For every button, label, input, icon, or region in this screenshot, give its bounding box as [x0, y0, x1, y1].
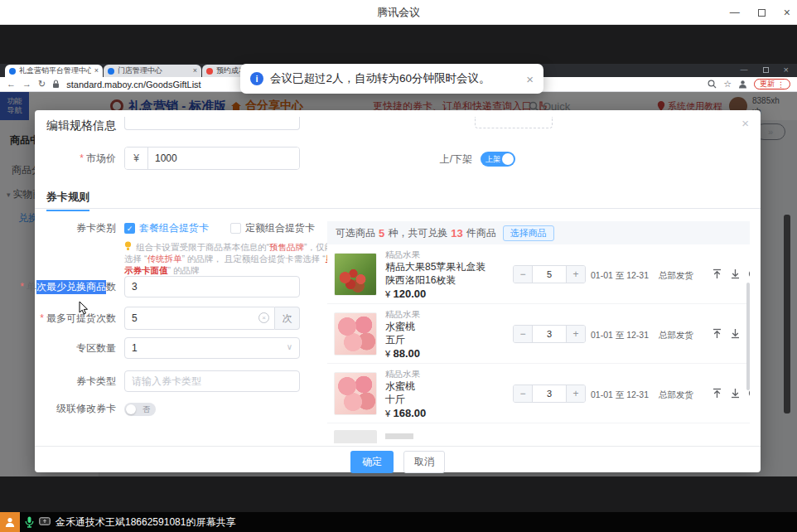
- shared-screen-area: 礼盒营销平台管理中心 × 门店管理中心 × 预约成功 — ×: [0, 25, 797, 512]
- stepper-value[interactable]: 3: [532, 326, 567, 342]
- checkbox-package-card[interactable]: ✓ 套餐组合提货卡: [124, 221, 209, 235]
- toast-message: 会议已超过2人，自动转为60分钟限时会议。: [270, 71, 490, 86]
- upload-area[interactable]: [475, 117, 553, 128]
- move-to-bottom-icon[interactable]: [730, 268, 741, 279]
- valid-date-range: 01-01 至 12-31: [591, 389, 649, 401]
- max-pick-field[interactable]: 5 × 次: [124, 307, 300, 330]
- tab-close-icon[interactable]: ×: [193, 67, 197, 75]
- min-exchange-input[interactable]: [124, 276, 300, 297]
- browser-tab-store-admin[interactable]: 门店管理中心 ×: [104, 65, 201, 77]
- product-name: 水蜜桃: [385, 380, 510, 393]
- meeting-toast: i 会议已超过2人，自动转为60分钟限时会议。 ×: [240, 64, 543, 94]
- stepper-plus-button[interactable]: +: [567, 385, 585, 402]
- product-category: [385, 433, 413, 439]
- checkbox-unchecked-icon: [230, 223, 241, 234]
- browser-minimize-icon[interactable]: —: [741, 66, 748, 74]
- product-row-partial: [327, 423, 750, 443]
- max-pick-value: 5: [125, 312, 138, 324]
- product-list: 精品水果 精品大果85苹果礼盒装 陕西洛阳16枚装 ¥ 120.00 − 5 +: [327, 244, 750, 446]
- dialog-footer: 确定 取消: [35, 446, 761, 472]
- required-mark: *: [80, 152, 84, 164]
- shelf-label: 上/下架: [399, 152, 472, 167]
- cascade-toggle[interactable]: 否: [124, 403, 156, 416]
- move-to-top-icon[interactable]: [712, 328, 722, 339]
- browser-tab-gift-admin[interactable]: 礼盒营销平台管理中心 ×: [5, 65, 103, 77]
- quantity-stepper[interactable]: − 3 +: [513, 384, 586, 403]
- chrome-update-button[interactable]: 更新 ⋮: [754, 79, 790, 89]
- move-to-top-icon[interactable]: [712, 388, 722, 399]
- market-price-input[interactable]: [148, 148, 299, 169]
- checkbox-fixed-amount-card[interactable]: 定额组合提货卡: [230, 221, 315, 235]
- toast-close-icon[interactable]: ×: [526, 72, 534, 86]
- card-type-label: 券卡类型: [35, 375, 116, 389]
- selected-text: 次最少兑换商品: [36, 280, 106, 294]
- selectable-count: 5: [379, 227, 384, 239]
- search-icon[interactable]: [708, 80, 717, 89]
- stepper-value[interactable]: 5: [532, 266, 567, 283]
- delivery-source: 总部发货: [659, 330, 693, 341]
- stepper-plus-button[interactable]: +: [567, 326, 585, 342]
- product-price: ¥ 88.00: [385, 346, 510, 361]
- minimize-button[interactable]: —: [730, 7, 740, 17]
- product-spec: 五斤: [385, 333, 510, 346]
- cancel-button[interactable]: 取消: [403, 451, 445, 473]
- product-row: 精品水果 精品大果85苹果礼盒装 陕西洛阳16枚装 ¥ 120.00 − 5 +: [327, 244, 750, 304]
- browser-close-icon[interactable]: ×: [784, 65, 789, 75]
- bookmark-star-icon[interactable]: ☆: [723, 80, 732, 89]
- screen-share-taskbar: 金禾通技术王斌18662591081的屏幕共享: [0, 512, 797, 532]
- url-bar[interactable]: standard.maboy.cn/GoodsGiftList: [66, 80, 200, 89]
- currency-prefix: ¥: [125, 148, 148, 169]
- clock-icon[interactable]: [748, 268, 750, 279]
- card-type-input[interactable]: [124, 370, 300, 392]
- move-to-bottom-icon[interactable]: [730, 388, 741, 399]
- select-goods-button[interactable]: 选择商品: [503, 225, 554, 241]
- forward-icon[interactable]: →: [22, 80, 31, 89]
- move-to-top-icon[interactable]: [712, 268, 722, 279]
- checkbox-checked-icon: ✓: [124, 223, 135, 234]
- clear-icon[interactable]: ×: [258, 312, 269, 323]
- card-category-hint: 组合卡设置受限于商品基本信息的“预售品牌”，仅能选择 “传统拆单” 的品牌， 且…: [124, 241, 338, 276]
- product-image: [334, 430, 377, 443]
- share-status-text: 金禾通技术王斌18662591081的屏幕共享: [56, 515, 235, 530]
- back-icon[interactable]: ←: [7, 80, 16, 89]
- product-image: [334, 372, 377, 415]
- valid-date-range: 01-01 至 12-31: [591, 270, 649, 282]
- update-label: 更新: [760, 79, 775, 89]
- description-textarea[interactable]: [124, 117, 300, 130]
- zone-count-select[interactable]: 1 ∨: [124, 337, 300, 359]
- quantity-stepper[interactable]: − 3 +: [513, 325, 586, 343]
- product-name: 精品大果85苹果礼盒装: [385, 260, 510, 273]
- stepper-minus-button[interactable]: −: [514, 266, 532, 283]
- move-to-bottom-icon[interactable]: [730, 328, 741, 339]
- edit-spec-dialog: 编辑规格信息 × *市场价 ¥ 上/下架: [35, 110, 761, 472]
- tab-close-icon[interactable]: ×: [94, 67, 99, 75]
- quantity-stepper[interactable]: − 5 +: [513, 265, 586, 283]
- stepper-minus-button[interactable]: −: [514, 326, 532, 342]
- profile-icon[interactable]: [738, 80, 747, 89]
- menu-dots-icon: ⋮: [777, 80, 785, 89]
- exchangeable-count: 13: [451, 227, 462, 239]
- maximize-button[interactable]: [758, 9, 766, 17]
- window-titlebar: 腾讯会议 — ×: [0, 0, 797, 25]
- stepper-minus-button[interactable]: −: [514, 385, 532, 402]
- max-pick-label: *最多可提货次数: [35, 312, 116, 326]
- product-price: ¥ 168.00: [385, 406, 510, 421]
- close-button[interactable]: ×: [784, 7, 790, 18]
- products-summary: 可选商品 5 种，共可兑换 13 件商品 选择商品: [327, 221, 750, 244]
- dialog-close-icon[interactable]: ×: [741, 117, 749, 129]
- market-price-field[interactable]: ¥: [124, 147, 300, 170]
- screen-share-icon: [39, 517, 51, 527]
- confirm-button[interactable]: 确定: [350, 451, 394, 473]
- microphone-icon: [25, 516, 34, 528]
- reload-icon[interactable]: ↻: [38, 80, 46, 89]
- browser-maximize-icon[interactable]: [763, 67, 769, 73]
- selected-products-panel: 可选商品 5 种，共可兑换 13 件商品 选择商品: [327, 221, 750, 446]
- shelf-toggle[interactable]: 上架: [481, 152, 515, 167]
- product-category: 精品水果: [385, 249, 510, 260]
- stepper-plus-button[interactable]: +: [567, 266, 585, 283]
- product-row: 精品水果 水蜜桃 五斤 ¥ 88.00 − 3 +: [327, 304, 750, 364]
- mouse-cursor: [79, 301, 89, 319]
- toggle-knob: [126, 404, 136, 414]
- list-scrollbar[interactable]: [746, 283, 750, 390]
- stepper-value[interactable]: 3: [532, 385, 567, 402]
